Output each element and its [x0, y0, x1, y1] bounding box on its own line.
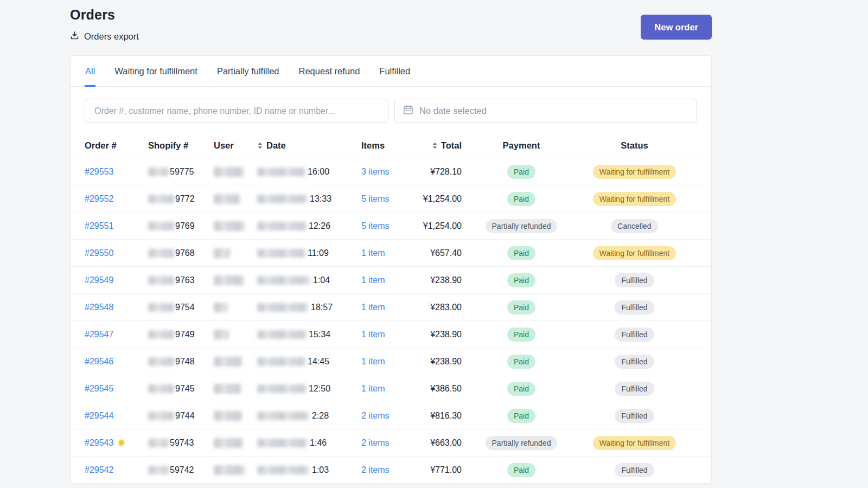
payment-cell: Paid [473, 328, 570, 342]
order-total: ¥238.90 [418, 275, 473, 285]
shopify-cell: 59742 [148, 465, 214, 475]
payment-badge: Partially refunded [486, 219, 558, 233]
items-link[interactable]: 5 items [361, 194, 390, 204]
shopify-number: 9772 [175, 194, 195, 204]
date-cell: 15:34 [257, 330, 361, 339]
payment-badge: Paid [507, 328, 535, 342]
page-header: Orders Orders export New order [70, 7, 712, 42]
user-cell [214, 194, 257, 204]
items-link[interactable]: 2 items [361, 465, 390, 475]
items-link[interactable]: 5 items [361, 221, 390, 231]
order-link[interactable]: #29542 [85, 465, 113, 475]
items-link[interactable]: 2 items [361, 438, 390, 448]
tab-partially-fulfilled[interactable]: Partially fulfilled [216, 56, 280, 87]
order-cell: #29545 [85, 384, 148, 394]
date-cell: 16:00 [257, 167, 361, 177]
shopify-number: 59775 [170, 167, 194, 177]
date-placeholder: No date selected [419, 106, 487, 116]
items-link[interactable]: 1 item [361, 275, 385, 285]
filters-bar: No date selected [71, 87, 711, 133]
payment-badge: Paid [507, 355, 535, 369]
items-link[interactable]: 1 item [361, 357, 385, 367]
table-row: #29544 9744 2:28 2 items ¥816.30 Paid Fu… [71, 402, 711, 429]
payment-cell: Paid [473, 165, 570, 179]
order-total: ¥816.30 [418, 411, 473, 421]
sort-icon[interactable] [257, 142, 263, 150]
payment-cell: Paid [473, 463, 570, 477]
order-cell: #29552 [85, 194, 148, 204]
shopify-number: 9748 [175, 357, 195, 367]
items-link[interactable]: 1 item [361, 303, 385, 312]
order-link[interactable]: #29545 [85, 384, 113, 394]
status-cell: Fulfilled [570, 300, 699, 314]
date-cell: 11:09 [257, 248, 361, 258]
order-time: 16:00 [308, 167, 329, 177]
order-time: 14:45 [308, 357, 329, 367]
order-cell: #29546 [85, 357, 148, 367]
user-cell [214, 303, 257, 312]
tab-request-refund[interactable]: Request refund [298, 56, 361, 87]
orders-page: Orders Orders export New order AllWaitin… [70, 0, 712, 484]
table-row: #29553 59775 16:00 3 items ¥728.10 Paid … [71, 158, 711, 185]
redacted-date-block [257, 249, 305, 258]
order-link[interactable]: #29550 [85, 248, 113, 258]
order-link[interactable]: #29552 [85, 194, 113, 204]
order-link[interactable]: #29544 [85, 411, 113, 421]
shopify-number: 9763 [175, 275, 195, 285]
payment-badge: Paid [507, 165, 535, 179]
redacted-date-block [257, 439, 307, 447]
payment-badge: Paid [507, 246, 535, 260]
page-title: Orders [70, 7, 139, 23]
shopify-number: 9749 [175, 330, 195, 339]
tab-waiting-for-fulfillment[interactable]: Waiting for fulfillment [114, 56, 198, 87]
order-link[interactable]: #29546 [85, 357, 113, 367]
date-filter[interactable]: No date selected [394, 99, 697, 123]
table-header: Order # Shopify # User Date Items Total … [71, 133, 711, 158]
redacted-user-block [214, 384, 241, 394]
order-link[interactable]: #29548 [85, 303, 113, 312]
shopify-cell: 9768 [148, 248, 214, 258]
items-cell: 2 items [361, 411, 418, 421]
redacted-shopify-block [148, 195, 174, 203]
order-link[interactable]: #29543 [85, 438, 113, 448]
items-link[interactable]: 1 item [361, 330, 385, 339]
orders-export-button[interactable]: Orders export [70, 31, 139, 42]
new-order-button[interactable]: New order [641, 15, 712, 40]
column-label: Payment [503, 140, 540, 151]
tab-fulfilled[interactable]: Fulfilled [379, 56, 411, 87]
status-badge: Waiting for fulfillment [593, 246, 676, 260]
payment-badge: Paid [507, 382, 535, 396]
order-cell: #29547 [85, 330, 148, 339]
status-badge: Waiting for fulfillment [593, 165, 676, 179]
items-link[interactable]: 3 items [361, 167, 390, 177]
sort-icon[interactable] [432, 142, 438, 150]
order-link[interactable]: #29553 [85, 167, 113, 177]
search-input[interactable] [85, 99, 388, 123]
items-link[interactable]: 2 items [361, 411, 390, 421]
shopify-number: 9768 [175, 248, 195, 258]
status-cell: Fulfilled [570, 328, 699, 342]
column-header: Shopify # [148, 140, 214, 151]
user-cell [214, 167, 257, 177]
status-badge: Waiting for fulfillment [593, 436, 676, 450]
order-total: ¥238.90 [418, 330, 473, 339]
column-header: Order # [85, 140, 148, 151]
status-cell: Fulfilled [570, 382, 699, 396]
order-link[interactable]: #29551 [85, 221, 113, 231]
notification-dot [119, 440, 124, 445]
tab-all[interactable]: All [85, 56, 95, 87]
redacted-user-block [214, 221, 245, 231]
user-cell [214, 330, 257, 339]
items-link[interactable]: 1 item [361, 248, 385, 258]
items-link[interactable]: 1 item [361, 384, 385, 394]
order-time: 15:34 [309, 330, 330, 339]
order-link[interactable]: #29549 [85, 275, 113, 285]
column-header: Items [361, 140, 418, 151]
payment-cell: Partially refunded [473, 436, 570, 450]
shopify-cell: 9749 [148, 330, 214, 339]
items-cell: 1 item [361, 384, 418, 394]
calendar-icon [403, 105, 413, 117]
order-link[interactable]: #29547 [85, 330, 113, 339]
redacted-user-block [214, 438, 243, 448]
order-time: 13:33 [310, 194, 331, 204]
